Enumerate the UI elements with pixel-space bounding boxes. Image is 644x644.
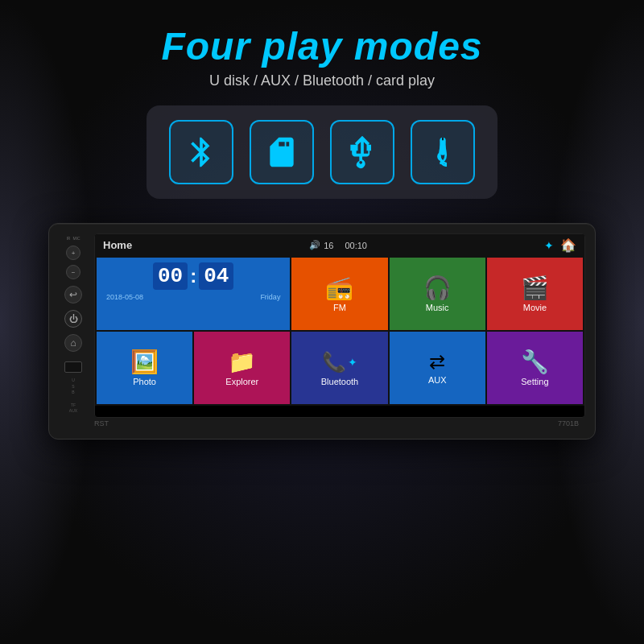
usb-label: USB bbox=[72, 378, 75, 396]
fm-icon: 📻 bbox=[325, 277, 353, 299]
status-center: 🔊 16 00:10 bbox=[309, 240, 367, 250]
mic-label: MIC bbox=[72, 237, 80, 241]
subtitle: U disk / AUX / Bluetooth / card play bbox=[161, 72, 482, 89]
bluetooth-tile-icons: 📞 ✦ bbox=[322, 351, 357, 374]
title-highlight: modes bbox=[354, 25, 483, 68]
bluetooth-feature-icon bbox=[169, 120, 233, 184]
clock-day-text: Friday bbox=[260, 293, 280, 301]
home-label: Home bbox=[103, 239, 132, 251]
back-button[interactable]: ↩ bbox=[64, 286, 82, 303]
explorer-tile[interactable]: 📁 Explorer bbox=[194, 332, 290, 404]
model-number: 7701B bbox=[558, 419, 579, 427]
status-left: Home bbox=[103, 239, 132, 251]
clock-date-text: 2018-05-08 bbox=[106, 293, 143, 301]
bt-icon-small: ✦ bbox=[348, 356, 357, 369]
setting-icon: 🔧 bbox=[521, 351, 549, 374]
usb-feature-icon bbox=[330, 120, 394, 184]
home-nav-icon: 🏠 bbox=[560, 237, 576, 253]
photo-tile[interactable]: 🖼️ Photo bbox=[97, 332, 192, 404]
app-grid: 00 : 04 2018-05-08 Friday 📻 FM bbox=[95, 256, 584, 406]
home-button[interactable]: ⌂ bbox=[64, 334, 82, 352]
sdcard-feature-icon bbox=[250, 120, 314, 184]
music-tile[interactable]: 🎧 Music bbox=[390, 258, 485, 330]
bluetooth-status-icon: ✦ bbox=[544, 239, 554, 252]
volume-icon: 🔊 bbox=[309, 240, 320, 250]
ir-label: IR bbox=[66, 237, 70, 241]
volume-level: 16 bbox=[324, 241, 333, 250]
status-right: ✦ 🏠 bbox=[544, 237, 576, 253]
power-button[interactable]: ⏻ bbox=[64, 310, 82, 328]
clock-tile[interactable]: 00 : 04 2018-05-08 Friday bbox=[97, 258, 290, 330]
movie-label: Movie bbox=[523, 303, 547, 312]
page-header: Four play modes U disk / AUX / Bluetooth… bbox=[161, 0, 482, 89]
movie-icon: 🎬 bbox=[521, 277, 549, 299]
music-icon: 🎧 bbox=[423, 277, 452, 299]
rst-label: RST bbox=[94, 419, 109, 427]
stereo-bottom-bar: RST 7701B bbox=[59, 418, 585, 429]
setting-tile[interactable]: 🔧 Setting bbox=[487, 332, 583, 404]
music-label: Music bbox=[426, 303, 449, 312]
clock-date-row: 2018-05-08 Friday bbox=[103, 293, 283, 301]
sdcard-svg bbox=[264, 134, 299, 170]
photo-icon: 🖼️ bbox=[130, 351, 159, 374]
aux-label: AUX bbox=[428, 375, 447, 385]
title-normal: Four play bbox=[161, 25, 353, 68]
screen: Home 🔊 16 00:10 ✦ 🏠 bbox=[94, 233, 585, 418]
time-display: 00:10 bbox=[345, 241, 367, 250]
aux-icon: ⇄ bbox=[429, 353, 445, 372]
explorer-label: Explorer bbox=[225, 377, 258, 386]
phone-icon: 📞 bbox=[322, 351, 346, 374]
fm-tile[interactable]: 📻 FM bbox=[291, 258, 387, 330]
photo-label: Photo bbox=[133, 377, 156, 386]
main-title: Four play modes bbox=[161, 24, 482, 68]
tf-aux-label: TFAUX bbox=[69, 402, 77, 415]
bluetooth-label: Bluetooth bbox=[321, 377, 358, 386]
explorer-icon: 📁 bbox=[228, 351, 256, 374]
usb-port bbox=[64, 361, 82, 373]
clock-minutes: 04 bbox=[199, 262, 233, 290]
left-control-panel: IR MIC + − ↩ ⏻ ⌂ USB TFAUX bbox=[59, 233, 88, 418]
setting-label: Setting bbox=[521, 377, 548, 386]
bluetooth-tile[interactable]: 📞 ✦ Bluetooth bbox=[291, 332, 387, 404]
feature-icons-row bbox=[147, 105, 497, 199]
usb-svg bbox=[345, 134, 380, 170]
stereo-unit: IR MIC + − ↩ ⏻ ⌂ USB TFAUX Home bbox=[48, 223, 596, 440]
clock-hours: 00 bbox=[153, 262, 188, 290]
clock-display: 00 : 04 bbox=[153, 262, 233, 290]
plus-button[interactable]: + bbox=[66, 246, 80, 260]
movie-tile[interactable]: 🎬 Movie bbox=[487, 258, 583, 330]
bluetooth-svg bbox=[184, 134, 219, 170]
aux-feature-icon bbox=[411, 120, 475, 184]
minus-button[interactable]: − bbox=[66, 265, 80, 279]
status-bar: Home 🔊 16 00:10 ✦ 🏠 bbox=[95, 234, 584, 256]
aux-svg bbox=[425, 134, 460, 170]
aux-tile[interactable]: ⇄ AUX bbox=[390, 332, 485, 404]
fm-label: FM bbox=[333, 303, 346, 312]
